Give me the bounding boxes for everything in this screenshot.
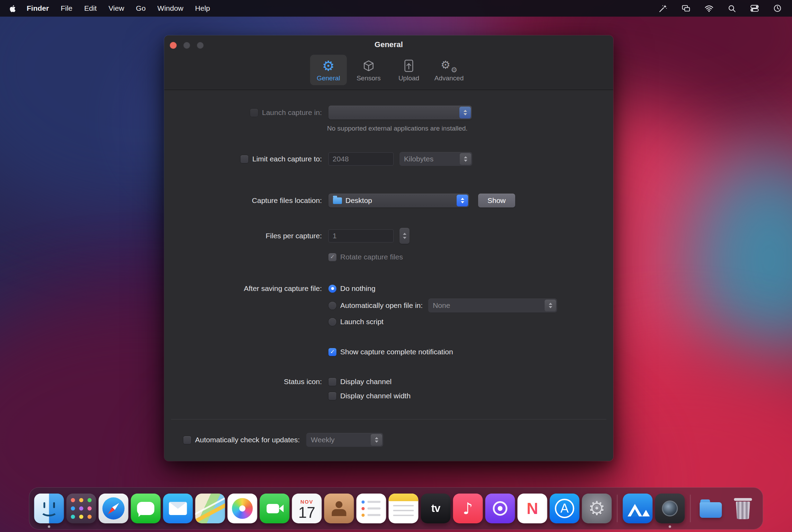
dock-finder[interactable] (34, 494, 64, 523)
spotlight-search-icon[interactable] (727, 3, 737, 13)
airtool-icon (623, 494, 653, 523)
dock-mail[interactable] (163, 494, 193, 523)
dock-system-preferences[interactable]: ⚙ (582, 494, 612, 523)
dock-safari[interactable] (99, 494, 129, 523)
trash-icon (728, 494, 758, 523)
after-saving-row: After saving capture file: (164, 281, 322, 296)
clock-icon[interactable] (773, 3, 782, 13)
menu-edit[interactable]: Edit (84, 4, 97, 12)
active-app-menu[interactable]: Finder (27, 4, 49, 12)
menu-bar-status-area (658, 3, 792, 13)
dock-calendar[interactable]: NOV 17 (292, 494, 322, 523)
apple-menu-icon[interactable] (9, 5, 16, 12)
reminders-icon (357, 494, 386, 523)
tab-advanced-label: Advanced (434, 74, 464, 82)
calendar-icon: NOV 17 (292, 494, 322, 523)
after-saving-label: After saving capture file: (244, 284, 322, 293)
contacts-icon (324, 494, 354, 523)
photos-icon (228, 494, 257, 523)
updates-checkbox[interactable] (183, 436, 191, 444)
dock-downloads[interactable] (696, 494, 726, 523)
capture-location-select[interactable]: Desktop (328, 194, 469, 207)
limit-size-input[interactable] (328, 152, 394, 166)
app-store-icon: A (550, 494, 580, 523)
status-icon-label: Status icon: (284, 378, 322, 386)
window-title-bar[interactable]: General ⚙ General Sensors Upload ⚙ (164, 35, 613, 90)
menu-bar-left: Finder File Edit View Go Window Help (0, 4, 210, 12)
dock-unknown-app[interactable] (655, 494, 685, 523)
dock-trash[interactable] (728, 494, 758, 523)
dock-messages[interactable] (131, 494, 161, 523)
updates-row: Automatically check for updates: Weekly (183, 432, 383, 447)
dock-contacts[interactable] (324, 494, 354, 523)
limit-capture-checkbox[interactable] (240, 155, 248, 163)
window-title: General (164, 40, 613, 49)
launch-script-label: Launch script (340, 318, 384, 326)
dock-reminders[interactable] (357, 494, 386, 523)
menu-help[interactable]: Help (195, 4, 210, 12)
updates-frequency-select[interactable]: Weekly (306, 433, 383, 447)
do-nothing-row: Do nothing (328, 281, 376, 296)
dock-launchpad[interactable] (67, 494, 96, 523)
status-icon-row: Status icon: (164, 374, 322, 389)
display-channel-width-checkbox[interactable] (328, 392, 336, 400)
launch-script-radio[interactable] (328, 318, 336, 326)
dock-facetime[interactable] (260, 494, 290, 523)
section-divider (171, 419, 606, 419)
open-file-in-row: Automatically open file in: None (328, 298, 557, 313)
files-per-capture-label: Files per capture: (266, 232, 322, 240)
tab-upload[interactable]: Upload (390, 55, 427, 85)
dock-airtool[interactable] (623, 494, 653, 523)
cube-icon (362, 58, 375, 74)
do-nothing-radio[interactable] (328, 285, 336, 293)
dock-tv[interactable]: tv (421, 494, 451, 523)
open-file-in-select[interactable]: None (428, 299, 557, 312)
screen-mirroring-icon[interactable] (681, 3, 691, 13)
tab-advanced[interactable]: ⚙ ⚙ Advanced (431, 55, 467, 85)
menu-window[interactable]: Window (157, 4, 183, 12)
launch-capture-select[interactable] (328, 106, 472, 119)
dock-notes[interactable] (389, 494, 419, 523)
popup-arrows-icon (545, 300, 556, 311)
tab-sensors[interactable]: Sensors (350, 55, 387, 85)
files-per-capture-input[interactable] (328, 229, 394, 242)
dock-photos[interactable] (228, 494, 257, 523)
maps-icon (195, 494, 225, 523)
capture-location-row: Capture files location: Desktop Show (164, 193, 515, 208)
menu-file[interactable]: File (61, 4, 72, 12)
limit-capture-row: Limit each capture to: Kilobytes (164, 151, 472, 167)
music-icon: ♪ (453, 494, 483, 523)
dock-appstore[interactable]: A (550, 494, 580, 523)
menu-go[interactable]: Go (136, 4, 146, 12)
wifi-icon[interactable] (704, 3, 714, 13)
notification-checkbox[interactable]: ✓ (328, 348, 336, 356)
popup-arrows-icon (460, 153, 471, 165)
limit-capture-label: Limit each capture to: (252, 155, 322, 163)
upload-icon (403, 58, 415, 74)
display-channel-row: Display channel (328, 374, 391, 389)
show-button[interactable]: Show (478, 194, 515, 207)
launch-capture-checkbox[interactable] (250, 109, 258, 117)
running-indicator (48, 525, 50, 528)
dock-podcasts[interactable] (485, 494, 515, 523)
dock-maps[interactable] (195, 494, 225, 523)
dock-music[interactable]: ♪ (453, 494, 483, 523)
wand-icon[interactable] (658, 3, 668, 13)
limit-unit-select[interactable]: Kilobytes (399, 152, 472, 166)
rotate-files-label: Rotate capture files (340, 253, 403, 261)
display-channel-checkbox[interactable] (328, 378, 336, 386)
dock-separator (617, 495, 618, 522)
rotate-files-checkbox[interactable]: ✓ (328, 253, 336, 261)
dock: NOV 17 tv ♪ (29, 487, 763, 530)
control-center-icon[interactable] (750, 3, 759, 13)
finder-icon (34, 494, 64, 523)
tab-general[interactable]: ⚙ General (310, 55, 347, 85)
gears-icon: ⚙ ⚙ (440, 58, 458, 74)
updates-frequency-value: Weekly (311, 436, 334, 444)
open-file-in-radio[interactable] (328, 302, 336, 310)
files-per-capture-stepper[interactable] (399, 228, 410, 244)
menu-view[interactable]: View (108, 4, 124, 12)
popup-arrows-icon (457, 195, 468, 206)
dock-news[interactable]: N (518, 494, 547, 523)
launch-capture-label: Launch capture in: (262, 108, 322, 117)
